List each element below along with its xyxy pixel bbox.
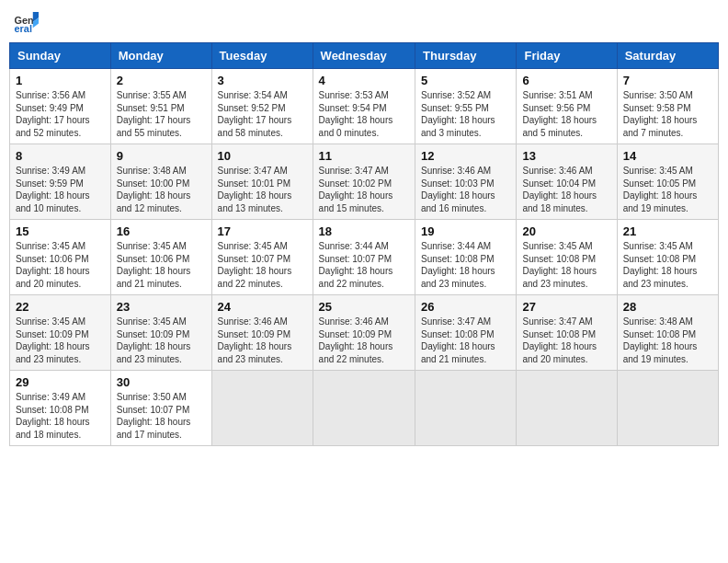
day-number: 10 xyxy=(218,149,307,163)
day-info: Sunrise: 3:46 AM Sunset: 10:09 PM Daylig… xyxy=(319,316,409,365)
day-info: Sunrise: 3:47 AM Sunset: 10:01 PM Daylig… xyxy=(218,165,307,214)
calendar-table: SundayMondayTuesdayWednesdayThursdayFrid… xyxy=(9,42,719,446)
calendar-cell: 18Sunrise: 3:44 AM Sunset: 10:07 PM Dayl… xyxy=(313,220,415,295)
day-number: 28 xyxy=(623,300,712,314)
calendar-cell: 16Sunrise: 3:45 AM Sunset: 10:06 PM Dayl… xyxy=(110,220,211,295)
day-number: 15 xyxy=(16,224,105,238)
calendar-cell xyxy=(313,371,415,446)
calendar-cell: 9Sunrise: 3:48 AM Sunset: 10:00 PM Dayli… xyxy=(110,144,211,220)
day-info: Sunrise: 3:46 AM Sunset: 10:09 PM Daylig… xyxy=(218,316,307,365)
calendar-cell: 14Sunrise: 3:45 AM Sunset: 10:05 PM Dayl… xyxy=(617,144,718,220)
calendar-cell xyxy=(517,371,617,446)
day-number: 7 xyxy=(623,74,712,87)
day-info: Sunrise: 3:47 AM Sunset: 10:08 PM Daylig… xyxy=(522,316,610,365)
day-info: Sunrise: 3:48 AM Sunset: 10:00 PM Daylig… xyxy=(117,165,206,214)
day-number: 27 xyxy=(522,300,610,314)
day-info: Sunrise: 3:56 AM Sunset: 9:49 PM Dayligh… xyxy=(16,89,105,139)
day-number: 29 xyxy=(16,375,105,389)
calendar-cell: 2Sunrise: 3:55 AM Sunset: 9:51 PM Daylig… xyxy=(110,69,211,144)
day-info: Sunrise: 3:53 AM Sunset: 9:54 PM Dayligh… xyxy=(319,89,409,139)
calendar-cell: 15Sunrise: 3:45 AM Sunset: 10:06 PM Dayl… xyxy=(10,220,111,295)
calendar-cell: 7Sunrise: 3:50 AM Sunset: 9:58 PM Daylig… xyxy=(617,69,718,144)
day-number: 6 xyxy=(522,74,610,87)
day-info: Sunrise: 3:48 AM Sunset: 10:08 PM Daylig… xyxy=(623,316,712,365)
day-info: Sunrise: 3:47 AM Sunset: 10:02 PM Daylig… xyxy=(319,165,409,214)
day-info: Sunrise: 3:45 AM Sunset: 10:09 PM Daylig… xyxy=(117,316,206,365)
calendar-cell: 11Sunrise: 3:47 AM Sunset: 10:02 PM Dayl… xyxy=(313,144,415,220)
day-info: Sunrise: 3:45 AM Sunset: 10:06 PM Daylig… xyxy=(16,240,105,290)
calendar-cell: 29Sunrise: 3:49 AM Sunset: 10:08 PM Dayl… xyxy=(10,371,111,446)
day-number: 14 xyxy=(623,149,712,163)
day-number: 26 xyxy=(421,300,510,314)
day-info: Sunrise: 3:45 AM Sunset: 10:09 PM Daylig… xyxy=(16,316,105,365)
day-header-sunday: Sunday xyxy=(10,43,111,69)
day-info: Sunrise: 3:47 AM Sunset: 10:08 PM Daylig… xyxy=(421,316,510,365)
day-number: 4 xyxy=(319,74,409,87)
calendar-cell: 20Sunrise: 3:45 AM Sunset: 10:08 PM Dayl… xyxy=(517,220,617,295)
calendar-cell: 8Sunrise: 3:49 AM Sunset: 9:59 PM Daylig… xyxy=(10,144,111,220)
calendar-cell xyxy=(415,371,517,446)
calendar-cell: 12Sunrise: 3:46 AM Sunset: 10:03 PM Dayl… xyxy=(415,144,517,220)
day-number: 2 xyxy=(117,74,206,87)
day-info: Sunrise: 3:44 AM Sunset: 10:08 PM Daylig… xyxy=(421,240,510,290)
calendar-cell: 6Sunrise: 3:51 AM Sunset: 9:56 PM Daylig… xyxy=(517,69,617,144)
svg-text:eral: eral xyxy=(15,23,32,34)
calendar-cell: 21Sunrise: 3:45 AM Sunset: 10:08 PM Dayl… xyxy=(617,220,718,295)
day-info: Sunrise: 3:54 AM Sunset: 9:52 PM Dayligh… xyxy=(218,89,307,139)
day-info: Sunrise: 3:45 AM Sunset: 10:06 PM Daylig… xyxy=(117,240,206,290)
day-header-friday: Friday xyxy=(517,43,617,69)
week-row-1: 1Sunrise: 3:56 AM Sunset: 9:49 PM Daylig… xyxy=(10,69,719,144)
day-number: 11 xyxy=(319,149,409,163)
day-info: Sunrise: 3:52 AM Sunset: 9:55 PM Dayligh… xyxy=(421,89,510,139)
days-header-row: SundayMondayTuesdayWednesdayThursdayFrid… xyxy=(10,43,719,69)
calendar-cell xyxy=(617,371,718,446)
day-header-monday: Monday xyxy=(110,43,211,69)
day-info: Sunrise: 3:50 AM Sunset: 9:58 PM Dayligh… xyxy=(623,89,712,139)
calendar-cell: 27Sunrise: 3:47 AM Sunset: 10:08 PM Dayl… xyxy=(517,295,617,371)
day-info: Sunrise: 3:45 AM Sunset: 10:08 PM Daylig… xyxy=(623,240,712,290)
day-number: 18 xyxy=(319,224,409,238)
week-row-2: 8Sunrise: 3:49 AM Sunset: 9:59 PM Daylig… xyxy=(10,144,719,220)
calendar-cell xyxy=(211,371,313,446)
day-number: 20 xyxy=(522,224,610,238)
calendar-cell: 24Sunrise: 3:46 AM Sunset: 10:09 PM Dayl… xyxy=(211,295,313,371)
calendar-cell: 22Sunrise: 3:45 AM Sunset: 10:09 PM Dayl… xyxy=(10,295,111,371)
day-number: 19 xyxy=(421,224,510,238)
day-number: 30 xyxy=(117,375,206,389)
day-number: 5 xyxy=(421,74,510,87)
day-number: 8 xyxy=(16,149,105,163)
page-header: Gen eral xyxy=(9,9,719,35)
day-info: Sunrise: 3:49 AM Sunset: 9:59 PM Dayligh… xyxy=(16,165,105,214)
day-info: Sunrise: 3:45 AM Sunset: 10:05 PM Daylig… xyxy=(623,165,712,214)
day-info: Sunrise: 3:44 AM Sunset: 10:07 PM Daylig… xyxy=(319,240,409,290)
day-info: Sunrise: 3:45 AM Sunset: 10:08 PM Daylig… xyxy=(522,240,610,290)
calendar-cell: 3Sunrise: 3:54 AM Sunset: 9:52 PM Daylig… xyxy=(211,69,313,144)
calendar-cell: 28Sunrise: 3:48 AM Sunset: 10:08 PM Dayl… xyxy=(617,295,718,371)
day-number: 21 xyxy=(623,224,712,238)
day-number: 17 xyxy=(218,224,307,238)
day-info: Sunrise: 3:49 AM Sunset: 10:08 PM Daylig… xyxy=(16,391,105,441)
day-number: 13 xyxy=(522,149,610,163)
week-row-3: 15Sunrise: 3:45 AM Sunset: 10:06 PM Dayl… xyxy=(10,220,719,295)
calendar-cell: 19Sunrise: 3:44 AM Sunset: 10:08 PM Dayl… xyxy=(415,220,517,295)
day-info: Sunrise: 3:46 AM Sunset: 10:03 PM Daylig… xyxy=(421,165,510,214)
week-row-4: 22Sunrise: 3:45 AM Sunset: 10:09 PM Dayl… xyxy=(10,295,719,371)
calendar-cell: 17Sunrise: 3:45 AM Sunset: 10:07 PM Dayl… xyxy=(211,220,313,295)
calendar-cell: 10Sunrise: 3:47 AM Sunset: 10:01 PM Dayl… xyxy=(211,144,313,220)
day-number: 9 xyxy=(117,149,206,163)
day-header-wednesday: Wednesday xyxy=(313,43,415,69)
calendar-cell: 4Sunrise: 3:53 AM Sunset: 9:54 PM Daylig… xyxy=(313,69,415,144)
day-info: Sunrise: 3:50 AM Sunset: 10:07 PM Daylig… xyxy=(117,391,206,441)
day-number: 16 xyxy=(117,224,206,238)
day-number: 1 xyxy=(16,74,105,87)
day-info: Sunrise: 3:51 AM Sunset: 9:56 PM Dayligh… xyxy=(522,89,610,139)
day-number: 23 xyxy=(117,300,206,314)
day-header-saturday: Saturday xyxy=(617,43,718,69)
day-info: Sunrise: 3:45 AM Sunset: 10:07 PM Daylig… xyxy=(218,240,307,290)
calendar-cell: 5Sunrise: 3:52 AM Sunset: 9:55 PM Daylig… xyxy=(415,69,517,144)
calendar-cell: 1Sunrise: 3:56 AM Sunset: 9:49 PM Daylig… xyxy=(10,69,111,144)
day-number: 12 xyxy=(421,149,510,163)
week-row-5: 29Sunrise: 3:49 AM Sunset: 10:08 PM Dayl… xyxy=(10,371,719,446)
day-header-thursday: Thursday xyxy=(415,43,517,69)
day-number: 25 xyxy=(319,300,409,314)
